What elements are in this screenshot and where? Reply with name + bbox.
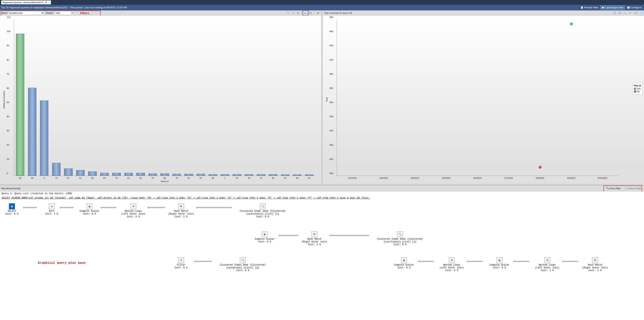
- svg-point-18: [624, 12, 625, 13]
- metric-select[interactable]: Duration (ms): [8, 11, 44, 15]
- configure-button[interactable]: Configure: [626, 6, 643, 10]
- chart-bar[interactable]: [305, 175, 314, 176]
- chart-bar[interactable]: [160, 174, 169, 176]
- plan-node-hash-match[interactable]: ⟳ Hash Match (Right Outer Join) Cost: 2 …: [577, 257, 613, 272]
- svg-point-26: [642, 13, 642, 14]
- plan-chart-type-b[interactable]: [628, 11, 632, 15]
- document-tab[interactable]: Regressed Queries...dventureWorks2017] 📌…: [1, 1, 51, 5]
- horizontal-splitter[interactable]: [0, 184, 644, 186]
- chart-bar[interactable]: [148, 174, 157, 176]
- plan-node-select[interactable]: ▦ SELECT Cost: 0 %: [2, 203, 22, 215]
- svg-rect-3: [628, 7, 628, 7]
- plan-node-compute-scalar[interactable]: ▤ Compute Scalar Cost: 0 %: [247, 231, 282, 243]
- detail-chart-button[interactable]: [316, 11, 320, 15]
- force-plan-button[interactable]: Force Plan: [604, 186, 622, 191]
- separator: [314, 11, 314, 15]
- chart-bar[interactable]: [124, 173, 133, 176]
- index-seek-icon: 🔍: [397, 231, 403, 237]
- chart-bar[interactable]: [100, 173, 109, 176]
- chart-bar[interactable]: [16, 34, 24, 176]
- portrait-view-button[interactable]: Portrait View: [579, 6, 600, 10]
- chart-bar[interactable]: [281, 175, 289, 176]
- chart-bar[interactable]: [172, 174, 181, 176]
- chart-bar[interactable]: [28, 88, 36, 176]
- refresh-button[interactable]: [286, 11, 290, 15]
- chart-bar[interactable]: [233, 174, 241, 176]
- plan-arrow: [329, 235, 369, 236]
- plan-node-index-seek[interactable]: 🔍 Clustered Index Seek (Clustered) [sysc…: [368, 231, 432, 246]
- chart-bar[interactable]: [40, 100, 48, 176]
- chart-bar[interactable]: [269, 174, 277, 176]
- compare-plans-button[interactable]: [617, 11, 622, 15]
- sort-icon: ⇅: [49, 203, 55, 209]
- plan-chart-type-a[interactable]: [622, 11, 627, 15]
- chart-bar[interactable]: [112, 173, 120, 176]
- select-icon: ▦: [9, 203, 15, 209]
- plan-scatter-button[interactable]: [638, 11, 643, 15]
- nested-loops-icon: ⟲: [449, 257, 455, 263]
- svg-rect-15: [614, 12, 616, 14]
- view-query-button[interactable]: [290, 11, 295, 15]
- close-icon[interactable]: ×: [48, 1, 50, 4]
- plan-graph-pane[interactable]: Query 1: Query cost (relative to the bat…: [0, 191, 644, 320]
- unforce-plan-button[interactable]: Unforce Plan: [622, 186, 643, 191]
- chart-point[interactable]: [570, 23, 573, 25]
- chart-point[interactable]: [539, 166, 542, 169]
- svg-point-20: [629, 13, 630, 14]
- svg-rect-2: [627, 7, 630, 9]
- chart-view-button[interactable]: [303, 11, 308, 15]
- legend-title: Plan Id: [634, 84, 641, 87]
- chart-bar[interactable]: [208, 174, 217, 176]
- chart-bar[interactable]: [196, 174, 205, 176]
- force-plan-label: Force Plan: [610, 187, 621, 190]
- plan-node-filter[interactable]: ▽ Filter Cost: 0 %: [163, 257, 199, 269]
- svg-point-25: [641, 12, 642, 13]
- bar-chart[interactable]: query id 0-10-20-30-40-50-60-70-80-90-10…: [14, 20, 315, 176]
- chart-bar[interactable]: [245, 174, 253, 176]
- compute-icon: ▤: [401, 257, 407, 263]
- scatter-chart[interactable]: 260-280-300-320-340-360-380-400-420-440-…: [337, 20, 618, 176]
- plan-node-hash-match[interactable]: ⟳ Hash Match (Right Outer Join) Cost: 2 …: [163, 203, 199, 218]
- chart-bar[interactable]: [221, 174, 229, 176]
- tab-title: Regressed Queries...dventureWorks2017]: [2, 1, 44, 4]
- plan-arrow: [147, 207, 165, 208]
- chart-bar[interactable]: [257, 174, 265, 176]
- plan-grid-button[interactable]: [633, 11, 638, 15]
- chart-bar[interactable]: [293, 175, 301, 176]
- statistic-select[interactable]: Total: [54, 11, 74, 15]
- plan-status-title: Plan 58 [not forced]: [1, 187, 20, 190]
- plan-node-nested-loops[interactable]: ⟲ Nested Loops (Left Outer Join) Cost: 1…: [529, 257, 565, 272]
- plan-node-compute-scalar[interactable]: ▤ Compute Scalar Cost: 0 %: [386, 257, 422, 269]
- plan-node-nested-loops[interactable]: ⟲ Nested Loops (Left Outer Join) Cost: 0…: [116, 203, 151, 218]
- svg-point-19: [625, 13, 626, 14]
- plan-node-index-seek[interactable]: 🔍 Clustered Index Seek (Clustered) [sysc…: [231, 203, 294, 218]
- plan-node-nested-loops[interactable]: ⟲ Nested Loops (Left Outer Join) Cost: 0…: [434, 257, 470, 272]
- plan-arrow: [562, 261, 578, 262]
- chart-bar[interactable]: [52, 163, 60, 176]
- pin-icon[interactable]: 📌: [44, 2, 47, 4]
- plan-node-compute-scalar[interactable]: ▤ Compute Scalar Cost: 0 %: [482, 257, 518, 269]
- svg-rect-17: [620, 12, 621, 14]
- plan-node-index-seek[interactable]: 🔍 Clustered Index Seek (Clustered) [sysx…: [211, 257, 275, 272]
- hash-match-icon: ⟳: [178, 203, 184, 209]
- landscape-view-button[interactable]: Landscape View: [600, 6, 625, 10]
- annotation-graphpane: Graphical query plan pane: [38, 261, 86, 265]
- grid-view-button[interactable]: [308, 11, 313, 15]
- plan-arrow: [196, 207, 232, 208]
- chart-bar[interactable]: [64, 169, 72, 176]
- x-axis-label: query id: [161, 180, 168, 183]
- vertical-splitter[interactable]: [321, 10, 323, 184]
- chart-bar[interactable]: [184, 174, 193, 176]
- chart-bar[interactable]: [136, 173, 145, 176]
- chart-bar[interactable]: [76, 170, 84, 176]
- track-query-button[interactable]: [296, 11, 300, 15]
- plan-node-hash-match[interactable]: ⟳ Hash Match (Right Outer Join) Cost: 2 …: [296, 231, 332, 246]
- svg-rect-12: [317, 12, 318, 14]
- svg-rect-30: [626, 189, 627, 190]
- refresh-plan-button[interactable]: [612, 11, 617, 15]
- chart-bar[interactable]: [88, 172, 96, 176]
- svg-rect-9: [310, 12, 312, 14]
- plan-node-compute-scalar[interactable]: ▤ Compute Scalar Cost: 0 %: [72, 203, 108, 215]
- plan-node-sort[interactable]: ⇅ Sort Cost: 1 %: [34, 203, 70, 215]
- svg-rect-7: [305, 12, 306, 14]
